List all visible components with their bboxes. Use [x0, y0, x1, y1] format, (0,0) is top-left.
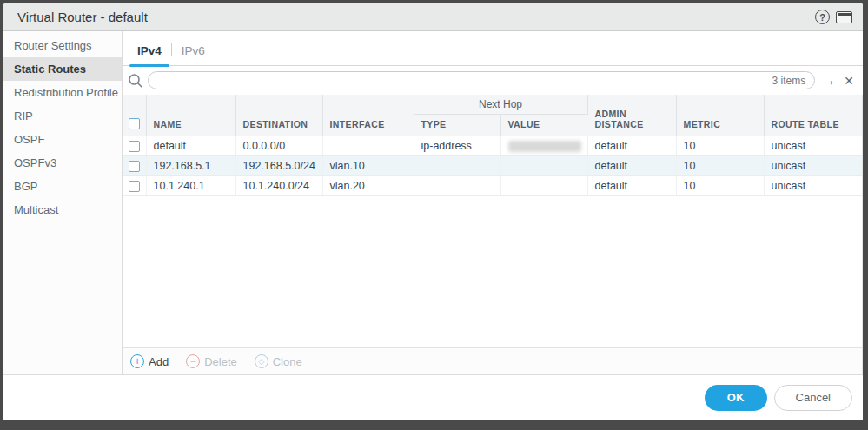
table-toolbar: + Add − Delete ◇ Clone [123, 347, 862, 374]
row-checkbox[interactable] [129, 141, 140, 152]
cell-interface [322, 136, 414, 156]
redacted-value [508, 141, 581, 152]
titlebar-icons: ? [815, 10, 852, 24]
dialog-title: Virtual Router - default [17, 10, 148, 24]
cell-value [500, 176, 587, 196]
table-body: default 0.0.0.0/0 ip-address default 10 … [123, 136, 862, 196]
sidebar-item-label: OSPFv3 [14, 156, 56, 169]
items-count: 3 items [772, 75, 806, 87]
clone-button[interactable]: ◇ Clone [255, 354, 302, 368]
cell-name: 192.168.5.1 [146, 156, 235, 176]
sidebar-item-ospfv3[interactable]: OSPFv3 [3, 151, 122, 175]
clone-label: Clone [273, 355, 302, 368]
dialog-footer: OK Cancel [3, 374, 863, 420]
cell-metric: 10 [676, 176, 764, 196]
sidebar-item-label: Static Routes [14, 63, 86, 76]
tab-ipv6-label: IPv6 [182, 44, 205, 57]
row-checkbox-cell [123, 176, 146, 196]
cell-route-table: unicast [764, 176, 862, 196]
delete-icon: − [186, 354, 200, 368]
ok-button[interactable]: OK [705, 385, 767, 411]
delete-button[interactable]: − Delete [186, 354, 237, 368]
cell-interface: vlan.20 [322, 176, 414, 196]
tab-ipv4[interactable]: IPv4 [129, 44, 169, 65]
sidebar-item-multicast[interactable]: Multicast [3, 198, 122, 222]
col-header-value[interactable]: VALUE [500, 115, 587, 136]
cell-metric: 10 [676, 156, 764, 176]
add-label: Add [149, 355, 169, 368]
sidebar-item-label: OSPF [14, 133, 44, 146]
cell-type: ip-address [414, 136, 500, 156]
cancel-button[interactable]: Cancel [774, 385, 852, 411]
col-header-destination[interactable]: DESTINATION [235, 95, 322, 136]
sidebar-item-label: RIP [14, 109, 33, 122]
add-icon: + [130, 354, 144, 368]
screen-backdrop: Virtual Router - default ? Router Settin… [0, 0, 868, 430]
cell-route-table: unicast [764, 156, 862, 176]
row-checkbox[interactable] [129, 181, 140, 192]
sidebar-item-label: Redistribution Profile [14, 86, 118, 99]
header-checkbox-cell [123, 95, 146, 136]
col-header-type[interactable]: TYPE [414, 115, 500, 136]
window-icon[interactable] [836, 11, 852, 23]
tab-ipv4-label: IPv4 [137, 44, 162, 57]
routes-table-wrap: NAME DESTINATION INTERFACE Next Hop ADMI… [123, 95, 863, 374]
col-header-admin-distance[interactable]: ADMIN DISTANCE [587, 95, 676, 136]
row-checkbox[interactable] [129, 161, 140, 172]
search-row: 3 items → ✕ [123, 66, 863, 95]
cell-destination: 10.1.240.0/24 [235, 176, 322, 196]
apply-filter-icon[interactable]: → [819, 73, 838, 88]
col-header-route-table[interactable]: ROUTE TABLE [764, 95, 862, 136]
row-checkbox-cell [123, 156, 146, 176]
add-button[interactable]: + Add [130, 354, 169, 368]
sidebar-item-bgp[interactable]: BGP [3, 175, 122, 198]
cell-name: 10.1.240.1 [146, 176, 235, 196]
sidebar-item-static-routes[interactable]: Static Routes [3, 57, 122, 81]
cell-route-table: unicast [764, 136, 862, 156]
cell-name: default [146, 136, 235, 156]
search-pill: 3 items [148, 71, 815, 89]
virtual-router-dialog: Virtual Router - default ? Router Settin… [3, 3, 863, 420]
content-pane: IPv4 IPv6 3 [123, 31, 863, 374]
tab-ipv6[interactable]: IPv6 [174, 44, 213, 65]
table-row[interactable]: 192.168.5.1 192.168.5.0/24 vlan.10 defau… [123, 156, 862, 176]
col-header-name[interactable]: NAME [146, 95, 235, 136]
cell-admin-distance: default [587, 176, 676, 196]
routes-table: NAME DESTINATION INTERFACE Next Hop ADMI… [123, 95, 862, 196]
clone-icon: ◇ [255, 354, 268, 368]
delete-label: Delete [204, 355, 237, 368]
cell-metric: 10 [676, 136, 764, 156]
sidebar-item-rip[interactable]: RIP [3, 104, 122, 128]
cell-value [500, 156, 587, 176]
sidebar-item-label: Multicast [14, 203, 58, 216]
cell-destination: 192.168.5.0/24 [235, 156, 322, 176]
tab-bar: IPv4 IPv6 [123, 31, 863, 66]
sidebar-item-ospf[interactable]: OSPF [3, 128, 122, 151]
row-checkbox-cell [123, 136, 146, 156]
sidebar-item-label: BGP [14, 180, 37, 193]
sidebar-item-label: Router Settings [14, 39, 92, 52]
col-header-metric[interactable]: METRIC [676, 95, 764, 136]
table-row[interactable]: default 0.0.0.0/0 ip-address default 10 … [123, 136, 862, 156]
cell-admin-distance: default [587, 156, 676, 176]
cell-type [414, 176, 500, 196]
cell-type [414, 156, 500, 176]
col-group-next-hop: Next Hop [414, 95, 587, 115]
clear-filter-icon[interactable]: ✕ [842, 75, 856, 87]
search-icon[interactable] [128, 73, 143, 89]
sidebar-item-router-settings[interactable]: Router Settings [3, 34, 122, 57]
search-input[interactable] [157, 75, 772, 87]
sidebar: Router Settings Static Routes Redistribu… [3, 31, 123, 374]
table-row[interactable]: 10.1.240.1 10.1.240.0/24 vlan.20 default… [123, 176, 862, 196]
cell-interface: vlan.10 [322, 156, 414, 176]
sidebar-item-redistribution-profile[interactable]: Redistribution Profile [3, 81, 122, 104]
help-icon[interactable]: ? [815, 10, 830, 24]
cell-admin-distance: default [587, 136, 676, 156]
dialog-titlebar: Virtual Router - default ? [3, 3, 863, 31]
dialog-main: Router Settings Static Routes Redistribu… [3, 31, 863, 374]
cell-destination: 0.0.0.0/0 [235, 136, 322, 156]
col-header-interface[interactable]: INTERFACE [322, 95, 414, 136]
cell-value [500, 136, 587, 156]
select-all-checkbox[interactable] [129, 118, 140, 129]
table-empty-area [123, 196, 862, 347]
